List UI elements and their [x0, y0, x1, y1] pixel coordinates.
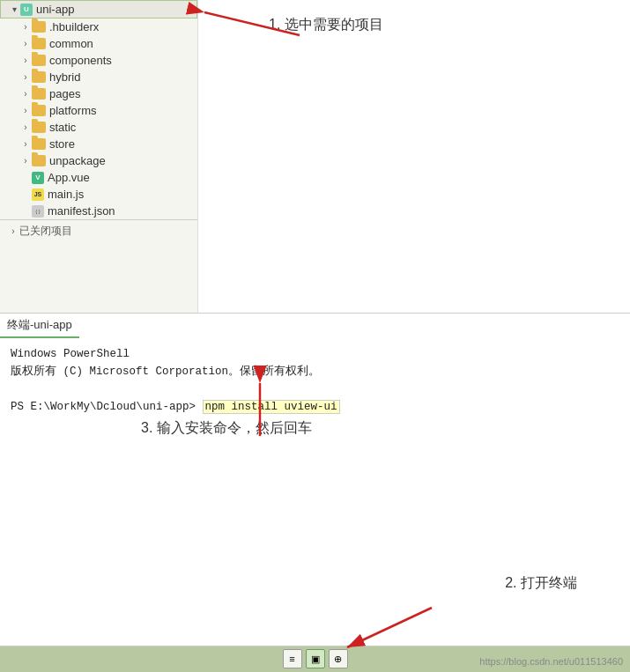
list-item[interactable]: › { } manifest.json — [0, 203, 197, 219]
chevron-right-icon: › — [19, 155, 32, 167]
list-item[interactable]: › static — [0, 119, 197, 136]
item-label: main.js — [48, 188, 84, 201]
folder-icon — [32, 105, 46, 116]
tree-root-item[interactable]: ▾ U uni-app — [0, 0, 197, 18]
item-label: platforms — [49, 104, 96, 117]
annotation-area-top: 1. 选中需要的项目 — [198, 0, 630, 313]
file-explorer-panel: ▾ U uni-app › .hbuilderx › common › comp… — [0, 0, 198, 313]
list-item[interactable]: › platforms — [0, 102, 197, 119]
terminal-tab-label: 终端-uni-app — [7, 317, 72, 333]
vue-icon: V — [32, 172, 44, 184]
list-item[interactable]: › components — [0, 52, 197, 69]
item-label: unpackage — [49, 154, 106, 167]
terminal-line-3 — [11, 380, 619, 398]
chevron-down-icon: ▾ — [8, 4, 20, 16]
chevron-right-icon: › — [19, 71, 32, 84]
folder-icon — [32, 21, 46, 33]
chevron-right-icon: › — [19, 38, 32, 50]
chevron-right-icon: › — [19, 105, 32, 117]
terminal-icon-button[interactable]: ▣ — [306, 649, 325, 668]
chevron-right-icon: › — [19, 122, 32, 134]
terminal-section: 终端-uni-app Windows PowerShell 版权所有 (C) M… — [0, 314, 630, 646]
list-item[interactable]: › V App.vue — [0, 169, 197, 186]
item-label: App.vue — [48, 171, 90, 184]
chevron-right-icon: › — [19, 21, 32, 33]
folder-icon — [32, 71, 46, 83]
terminal-line-2: 版权所有 (C) Microsoft Corporation。保留所有权利。 — [11, 363, 619, 380]
item-label: components — [49, 54, 112, 67]
folder-icon — [32, 88, 46, 100]
bottom-icons-group: ≡ ▣ ⊕ — [283, 646, 348, 672]
js-icon: JS — [32, 188, 44, 201]
list-icon-button[interactable]: ≡ — [283, 649, 302, 668]
settings-icon-button[interactable]: ⊕ — [329, 649, 348, 668]
terminal-prompt-line: PS E:\WorkMy\Dcloud\uni-app> npm install… — [11, 398, 619, 416]
annotation-3-label: 3. 输入安装命令，然后回车 — [141, 419, 312, 438]
item-label: manifest.json — [48, 204, 115, 218]
item-label: common — [49, 37, 93, 50]
list-item[interactable]: › hybrid — [0, 69, 197, 85]
list-item[interactable]: › pages — [0, 85, 197, 102]
terminal-tab[interactable]: 终端-uni-app — [0, 314, 79, 338]
folder-icon — [32, 155, 46, 166]
list-item[interactable]: › .hbuilderx — [0, 18, 197, 35]
json-icon: { } — [32, 205, 44, 218]
closed-projects-label: 已关闭项目 — [19, 224, 72, 239]
list-item[interactable]: › JS main.js — [0, 186, 197, 203]
annotation-2-label: 2. 打开终端 — [505, 574, 577, 593]
terminal-prompt: PS E:\WorkMy\Dcloud\uni-app> — [11, 401, 196, 413]
annotation-1-label: 1. 选中需要的项目 — [269, 16, 383, 34]
item-label: .hbuilderx — [49, 20, 99, 33]
item-label: static — [49, 121, 76, 134]
u-icon: U — [20, 4, 33, 16]
folder-icon — [32, 122, 46, 133]
folder-icon — [32, 138, 46, 150]
chevron-right-icon: › — [19, 55, 32, 67]
item-label: hybrid — [49, 70, 80, 84]
site-text: https://blog.csdn.net/u011513460 — [479, 656, 623, 667]
chevron-right-icon: › — [19, 138, 32, 151]
chevron-right-icon: › — [7, 225, 19, 238]
list-item[interactable]: › store — [0, 136, 197, 152]
closed-projects-item[interactable]: › 已关闭项目 — [0, 219, 197, 242]
terminal-command[interactable]: npm install uview-ui — [203, 400, 340, 414]
item-label: store — [49, 137, 75, 151]
terminal-line-1: Windows PowerShell — [11, 345, 619, 363]
list-item[interactable]: › common — [0, 35, 197, 52]
list-item[interactable]: › unpackage — [0, 152, 197, 169]
root-label: uni-app — [36, 3, 74, 16]
folder-icon — [32, 38, 46, 49]
folder-icon — [32, 55, 46, 66]
bottom-bar: ≡ ▣ ⊕ https://blog.csdn.net/u011513460 — [0, 646, 630, 672]
item-label: pages — [49, 87, 80, 100]
terminal-content: Windows PowerShell 版权所有 (C) Microsoft Co… — [0, 338, 630, 423]
chevron-right-icon: › — [19, 88, 32, 100]
